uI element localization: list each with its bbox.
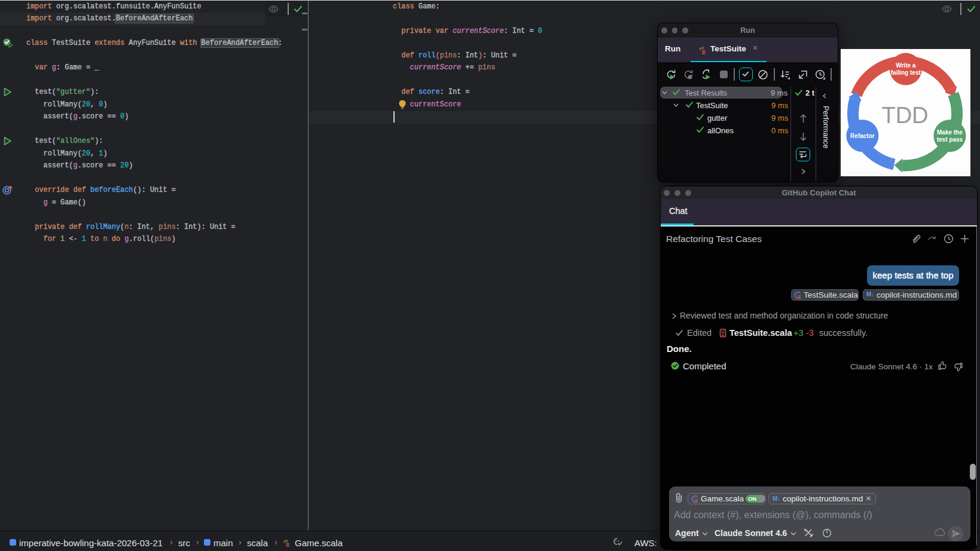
svg-text:failing test: failing test (891, 69, 921, 76)
svg-text:TDD: TDD (881, 103, 928, 128)
svg-text:Write a: Write a (896, 62, 916, 69)
svg-text:Make the: Make the (937, 129, 963, 136)
svg-text:test pass: test pass (937, 136, 963, 143)
svg-text:Refactor: Refactor (850, 133, 875, 139)
